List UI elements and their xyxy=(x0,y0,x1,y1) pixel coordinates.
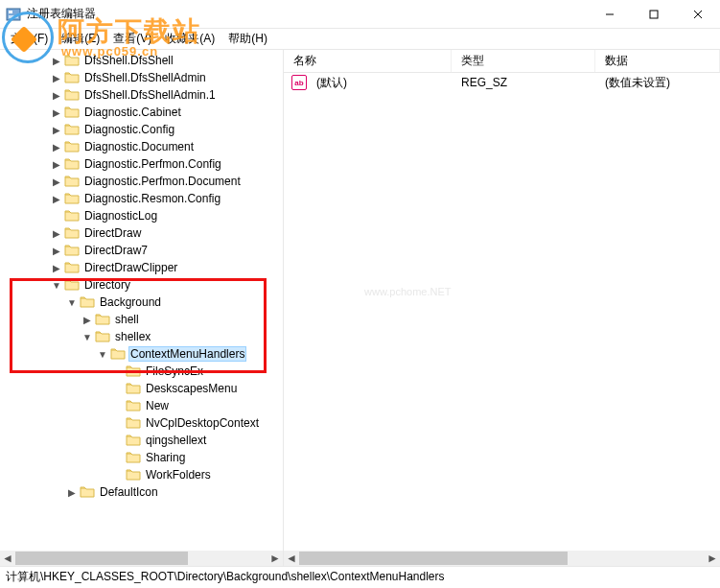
expander-icon[interactable]: ▶ xyxy=(50,106,63,119)
expander-icon[interactable]: ▼ xyxy=(50,278,63,292)
tree-item-label: Diagnostic.Document xyxy=(82,140,196,153)
expander-icon[interactable]: ▶ xyxy=(81,313,94,326)
minimize-button[interactable] xyxy=(588,0,632,28)
tree-item[interactable]: ▶Diagnostic.Perfmon.Config xyxy=(0,155,283,173)
tree-item[interactable]: ▶DefaultIcon xyxy=(0,483,283,501)
close-button[interactable] xyxy=(676,0,720,28)
expander-icon[interactable]: ▶ xyxy=(50,226,63,240)
status-bar: 计算机\HKEY_CLASSES_ROOT\Directory\Backgrou… xyxy=(0,566,720,587)
tree-item-label: DirectDraw xyxy=(82,226,143,240)
tree-item[interactable]: ▶Diagnostic.Perfmon.Document xyxy=(0,173,283,190)
tree-item-label: FileSyncEx xyxy=(144,365,205,378)
scroll-left-icon[interactable]: ◄ xyxy=(0,551,15,566)
status-path: 计算机\HKEY_CLASSES_ROOT\Directory\Backgrou… xyxy=(6,569,445,585)
menu-bar: 文件(F) 编辑(E) 查看(V) 收藏夹(A) 帮助(H) xyxy=(0,29,720,50)
folder-icon xyxy=(95,313,110,326)
list-row[interactable]: ab(默认)REG_SZ(数值未设置) xyxy=(284,73,720,92)
folder-icon xyxy=(64,209,80,223)
expander-icon[interactable]: ▼ xyxy=(65,295,79,309)
tree-item[interactable]: WorkFolders xyxy=(0,466,283,483)
tree-item-label: NvCplDesktopContext xyxy=(144,416,261,430)
expander-icon[interactable]: ▶ xyxy=(50,261,63,274)
tree-item-label: DiagnosticLog xyxy=(82,209,159,223)
expander-icon[interactable]: ▶ xyxy=(50,123,63,136)
folder-icon xyxy=(64,71,80,84)
col-data[interactable]: 数据 xyxy=(595,50,720,72)
tree-item[interactable]: ▶DfsShell.DfsShell xyxy=(0,52,283,69)
registry-tree[interactable]: ▶DfsShell.DfsShell▶DfsShell.DfsShellAdmi… xyxy=(0,50,283,501)
svg-rect-2 xyxy=(9,15,18,18)
folder-icon xyxy=(126,434,141,447)
expander-icon[interactable]: ▶ xyxy=(50,54,63,67)
menu-file[interactable]: 文件(F) xyxy=(4,31,55,47)
list-hscrollbar[interactable]: ◄ ► xyxy=(284,551,720,566)
expander-icon[interactable]: ▶ xyxy=(50,71,63,84)
scroll-left-icon[interactable]: ◄ xyxy=(284,551,299,566)
tree-item[interactable]: ▶Diagnostic.Cabinet xyxy=(0,104,283,121)
folder-icon xyxy=(64,261,80,274)
tree-item-label: DfsShell.DfsShellAdmin xyxy=(82,71,208,84)
tree-item-label: WorkFolders xyxy=(144,468,213,482)
tree-item[interactable]: qingshellext xyxy=(0,432,283,449)
folder-icon xyxy=(126,382,141,395)
expander-icon[interactable]: ▼ xyxy=(96,347,109,361)
tree-hscrollbar[interactable]: ◄ ► xyxy=(0,551,283,566)
tree-item[interactable]: Sharing xyxy=(0,449,283,466)
scroll-right-icon[interactable]: ► xyxy=(705,551,720,566)
title-bar: 注册表编辑器 xyxy=(0,0,720,29)
expander-icon[interactable]: ▼ xyxy=(81,330,94,343)
tree-pane: ▶DfsShell.DfsShell▶DfsShell.DfsShellAdmi… xyxy=(0,50,284,566)
cell-type: REG_SZ xyxy=(452,76,595,89)
menu-help[interactable]: 帮助(H) xyxy=(221,31,274,47)
tree-item[interactable]: ▶shell xyxy=(0,311,283,328)
expander-icon[interactable]: ▶ xyxy=(50,192,63,205)
svg-rect-4 xyxy=(650,11,658,18)
tree-item-label: DfsShell.DfsShell xyxy=(82,54,175,67)
menu-view[interactable]: 查看(V) xyxy=(106,31,158,47)
expander-icon[interactable]: ▶ xyxy=(50,175,63,188)
folder-icon xyxy=(64,106,80,119)
scroll-right-icon[interactable]: ► xyxy=(267,551,283,566)
tree-item[interactable]: ▼shellex xyxy=(0,328,283,345)
folder-icon xyxy=(95,330,110,343)
tree-item[interactable]: DiagnosticLog xyxy=(0,207,283,224)
tree-item[interactable]: ▼Background xyxy=(0,294,283,311)
col-type[interactable]: 类型 xyxy=(452,50,595,72)
tree-item[interactable]: FileSyncEx xyxy=(0,363,283,380)
folder-icon xyxy=(126,451,141,464)
tree-item[interactable]: ▶Diagnostic.Resmon.Config xyxy=(0,190,283,207)
tree-item[interactable]: NvCplDesktopContext xyxy=(0,414,283,432)
tree-item[interactable]: ▼ContextMenuHandlers xyxy=(0,345,283,363)
cell-data: (数值未设置) xyxy=(595,75,670,91)
tree-item-label: DeskscapesMenu xyxy=(144,382,239,395)
tree-item[interactable]: ▶DfsShell.DfsShellAdmin.1 xyxy=(0,86,283,104)
tree-item-label: DefaultIcon xyxy=(98,485,160,499)
expander-icon[interactable]: ▶ xyxy=(50,88,63,102)
window-title: 注册表编辑器 xyxy=(27,6,588,22)
tree-item[interactable]: ▶Diagnostic.Config xyxy=(0,121,283,138)
col-name[interactable]: 名称 xyxy=(284,50,452,72)
list-body[interactable]: ab(默认)REG_SZ(数值未设置) xyxy=(284,73,720,553)
tree-item[interactable]: ▼Directory xyxy=(0,276,283,294)
tree-item-label: qingshellext xyxy=(144,434,208,447)
expander-icon[interactable]: ▶ xyxy=(65,485,79,499)
tree-item-label: ContextMenuHandlers xyxy=(128,346,246,362)
tree-item[interactable]: ▶DirectDraw7 xyxy=(0,242,283,259)
tree-item[interactable]: ▶DirectDraw xyxy=(0,224,283,242)
tree-item-label: DirectDrawClipper xyxy=(82,261,179,274)
expander-icon[interactable]: ▶ xyxy=(50,157,63,171)
tree-item[interactable]: ▶DirectDrawClipper xyxy=(0,259,283,276)
maximize-button[interactable] xyxy=(632,0,676,28)
tree-item[interactable]: ▶Diagnostic.Document xyxy=(0,138,283,155)
menu-favorites[interactable]: 收藏夹(A) xyxy=(158,31,221,47)
tree-item[interactable]: DeskscapesMenu xyxy=(0,380,283,397)
folder-icon xyxy=(64,157,80,171)
folder-icon xyxy=(126,365,141,378)
tree-item-label: shellex xyxy=(113,330,152,343)
expander-icon[interactable]: ▶ xyxy=(50,244,63,257)
folder-icon xyxy=(64,278,80,292)
tree-item[interactable]: ▶DfsShell.DfsShellAdmin xyxy=(0,69,283,86)
tree-item[interactable]: New xyxy=(0,397,283,414)
expander-icon[interactable]: ▶ xyxy=(50,140,63,153)
menu-edit[interactable]: 编辑(E) xyxy=(55,31,106,47)
